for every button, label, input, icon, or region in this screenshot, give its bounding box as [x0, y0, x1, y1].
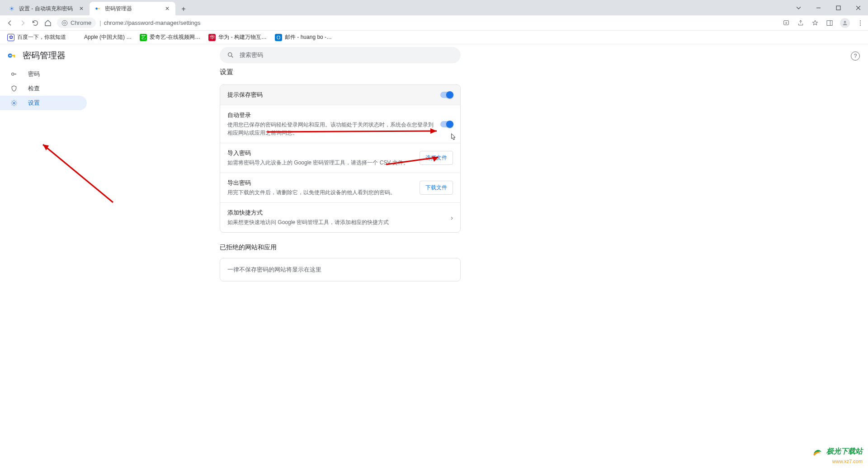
row-offer-save[interactable]: 提示保存密码 — [220, 85, 460, 105]
sidebar: 密码 检查 设置 — [0, 67, 90, 110]
svg-rect-9 — [827, 20, 832, 25]
row-desc: 如需将密码导入此设备上的 Google 密码管理工具，请选择一个 CSV 文件。 — [227, 159, 414, 167]
svg-point-21 — [12, 73, 14, 75]
svg-marker-24 — [43, 145, 49, 150]
download-file-button[interactable]: 下载文件 — [420, 181, 453, 195]
gear-icon — [10, 99, 18, 107]
window-titlebar: 设置 - 自动填充和密码 ✕ 密码管理器 ✕ + — [0, 0, 868, 15]
bookmark-label: 爱奇艺-在线视频网… — [150, 33, 200, 41]
row-title: 导入密码 — [227, 149, 414, 157]
tab-password-manager[interactable]: 密码管理器 ✕ — [90, 2, 175, 15]
bookmark-label: 华为 - 构建万物互… — [218, 33, 267, 41]
profile-avatar[interactable] — [840, 18, 850, 28]
omnibox-chip: Chrome — [57, 18, 96, 28]
svg-point-12 — [860, 20, 861, 21]
svg-point-13 — [860, 22, 861, 23]
svg-point-6 — [62, 20, 67, 26]
toggle-offer-save[interactable] — [440, 92, 453, 98]
help-icon[interactable]: ? — [851, 51, 860, 61]
svg-point-1 — [95, 8, 98, 10]
svg-point-18 — [9, 55, 11, 56]
minimize-button[interactable] — [808, 1, 828, 14]
window-controls — [788, 0, 868, 15]
iqiyi-icon: 艺 — [140, 34, 147, 41]
chevron-right-icon: › — [451, 214, 453, 221]
declined-title: 已拒绝的网站和应用 — [220, 243, 461, 252]
chevron-down-icon[interactable] — [788, 1, 808, 14]
omnibox-separator: | — [99, 19, 101, 26]
star-icon[interactable] — [811, 19, 819, 27]
app-title: 密码管理器 — [23, 50, 66, 61]
share-icon[interactable] — [797, 19, 805, 27]
toggle-auto-signin[interactable] — [440, 121, 453, 127]
section-title: 设置 — [220, 68, 461, 76]
sidebar-item-passwords[interactable]: 密码 — [0, 67, 87, 81]
tab-settings-autofill[interactable]: 设置 - 自动填充和密码 ✕ — [4, 2, 90, 15]
close-icon[interactable]: ✕ — [164, 5, 171, 12]
row-auto-signin[interactable]: 自动登录 使用您已保存的密码轻松登录网站和应用。该功能处于关闭状态时，系统会在您… — [220, 105, 460, 143]
new-tab-button[interactable]: + — [177, 3, 190, 15]
address-bar[interactable]: Chrome | chrome://password-manager/setti… — [57, 18, 201, 28]
svg-rect-3 — [99, 8, 99, 9]
bookmark-item[interactable]: 华华为 - 构建万物互… — [206, 32, 269, 42]
reload-button[interactable] — [29, 17, 42, 29]
row-title: 添加快捷方式 — [227, 209, 445, 217]
apple-icon — [74, 34, 81, 41]
forward-button[interactable] — [16, 17, 29, 29]
select-file-button[interactable]: 选择文件 — [420, 151, 453, 165]
app-logo-icon — [6, 51, 16, 61]
close-button[interactable] — [848, 1, 868, 14]
svg-point-14 — [860, 24, 861, 25]
svg-point-22 — [13, 102, 15, 104]
row-desc: 使用您已保存的密码轻松登录网站和应用。该功能处于关闭状态时，系统会在您登录到相应… — [227, 121, 435, 137]
sidebar-item-checkup[interactable]: 检查 — [0, 81, 87, 96]
bookmarks-bar: ✿百度一下，你就知道 Apple (中国大陆) … 艺爱奇艺-在线视频网… 华华… — [0, 31, 868, 44]
outlook-icon: O — [275, 34, 282, 41]
row-shortcut[interactable]: 添加快捷方式 如果想更快速地访问 Google 密码管理工具，请添加相应的快捷方… — [220, 203, 460, 232]
svg-point-11 — [844, 21, 846, 23]
home-button[interactable] — [42, 17, 54, 29]
search-placeholder: 搜索密码 — [240, 51, 263, 59]
close-icon[interactable]: ✕ — [78, 5, 85, 12]
browser-toolbar: Chrome | chrome://password-manager/setti… — [0, 15, 868, 31]
svg-point-19 — [228, 53, 232, 56]
declined-empty: 一律不保存密码的网站将显示在这里 — [220, 258, 461, 281]
gear-icon — [8, 5, 15, 12]
bookmark-item[interactable]: ✿百度一下，你就知道 — [5, 32, 69, 42]
omnibox-url: chrome://password-manager/settings — [104, 19, 201, 26]
bookmark-item[interactable]: 艺爱奇艺-在线视频网… — [137, 32, 203, 42]
bookmark-label: Apple (中国大陆) … — [84, 33, 132, 41]
shield-icon — [10, 84, 18, 93]
maximize-button[interactable] — [828, 1, 848, 14]
tab-title: 设置 - 自动填充和密码 — [19, 5, 78, 13]
svg-point-7 — [64, 22, 66, 24]
svg-line-23 — [43, 145, 113, 202]
sidepanel-icon[interactable] — [826, 19, 834, 27]
row-desc: 用完下载的文件后，请删除它，以免使用此设备的他人看到您的密码。 — [227, 188, 414, 197]
bookmark-label: 百度一下，你就知道 — [17, 33, 66, 41]
row-title: 提示保存密码 — [227, 91, 435, 99]
row-import: 导入密码 如需将密码导入此设备上的 Google 密码管理工具，请选择一个 CS… — [220, 143, 460, 173]
menu-icon[interactable] — [856, 19, 864, 27]
paw-icon: ✿ — [7, 34, 14, 41]
svg-rect-5 — [836, 6, 840, 10]
watermark-icon — [812, 447, 823, 458]
watermark-text: 极光下载站 — [826, 447, 863, 455]
row-desc: 如果想更快速地访问 Google 密码管理工具，请添加相应的快捷方式 — [227, 218, 445, 226]
key-icon — [94, 5, 101, 12]
sidebar-item-label: 检查 — [28, 84, 40, 93]
search-input[interactable]: 搜索密码 — [220, 47, 461, 63]
sidebar-item-settings[interactable]: 设置 — [0, 96, 87, 110]
main-panel: 设置 提示保存密码 自动登录 使用您已保存的密码轻松登录网站和应用。该功能处于关… — [220, 68, 461, 281]
row-title: 自动登录 — [227, 111, 435, 119]
sidebar-item-label: 设置 — [28, 99, 40, 107]
bookmark-item[interactable]: Apple (中国大陆) … — [71, 32, 134, 42]
settings-card: 提示保存密码 自动登录 使用您已保存的密码轻松登录网站和应用。该功能处于关闭状态… — [220, 84, 461, 233]
back-button[interactable] — [4, 17, 16, 29]
annotation-arrow — [36, 139, 118, 207]
row-title: 导出密码 — [227, 179, 414, 187]
install-icon[interactable] — [782, 19, 790, 27]
omnibox-chip-text: Chrome — [71, 19, 91, 26]
watermark-url: www.xz7.com — [832, 459, 863, 464]
bookmark-item[interactable]: O邮件 - huang bo -… — [272, 32, 335, 42]
